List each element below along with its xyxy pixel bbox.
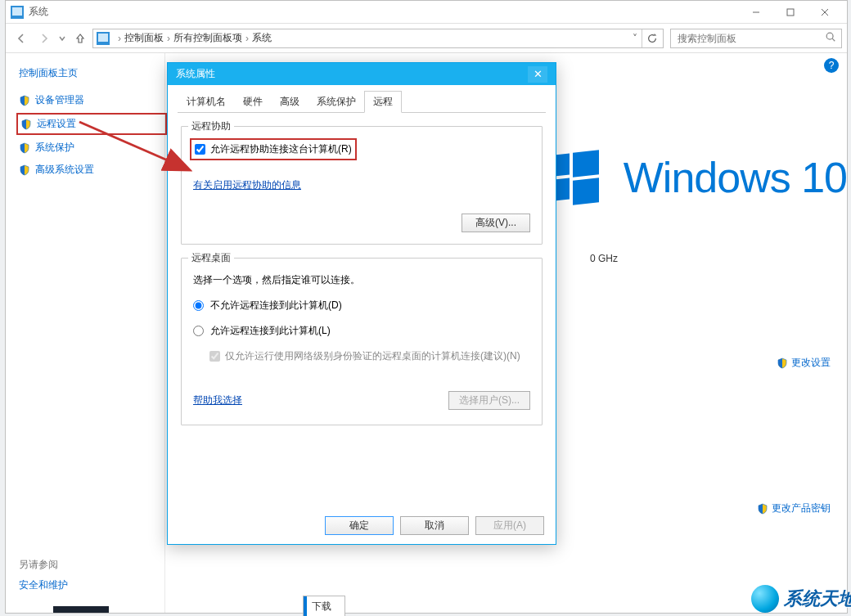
window-controls — [739, 2, 842, 22]
see-also-header: 另请参阅 — [19, 558, 68, 572]
dialog-actions: 确定 取消 应用(A) — [168, 506, 556, 544]
crumb-1[interactable]: 所有控制面板项 — [173, 31, 242, 45]
search-bar[interactable] — [670, 29, 842, 48]
recent-dropdown[interactable] — [56, 28, 68, 49]
remote-desktop-instruction: 选择一个选项，然后指定谁可以连接。 — [193, 273, 530, 287]
change-product-key-link[interactable]: 更改产品密钥 — [757, 501, 831, 515]
tab-computer-name[interactable]: 计算机名 — [178, 91, 235, 113]
search-input[interactable] — [676, 32, 825, 45]
svg-rect-1 — [787, 9, 794, 16]
sidebar-item-label: 远程设置 — [37, 117, 76, 131]
select-users-button[interactable]: 选择用户(S)... — [448, 391, 530, 410]
address-dropdown-icon[interactable]: ˅ — [628, 33, 642, 44]
group-title-remote-assist: 远程协助 — [188, 119, 234, 133]
svg-line-5 — [832, 38, 835, 41]
sidebar-item-label: 系统保护 — [35, 141, 74, 155]
sidebar-item-advanced-settings[interactable]: 高级系统设置 — [19, 163, 164, 177]
radio-allow-input[interactable] — [193, 326, 204, 336]
remote-assistance-group: 远程协助 允许远程协助连接这台计算机(R) 有关启用远程协助的信息 高级(V).… — [181, 126, 543, 245]
apply-button[interactable]: 应用(A) — [475, 516, 544, 535]
window-title: 系统 — [29, 5, 48, 19]
close-button[interactable] — [808, 2, 842, 22]
shield-icon — [777, 357, 788, 369]
sidebar-item-system-protection[interactable]: 系统保护 — [19, 141, 164, 155]
cancel-button[interactable]: 取消 — [400, 516, 469, 535]
see-also: 另请参阅 安全和维护 — [19, 558, 68, 592]
shield-icon — [757, 503, 768, 515]
dialog-title: 系统属性 — [176, 67, 215, 81]
watermark-globe-icon — [751, 585, 779, 613]
search-icon — [825, 31, 836, 45]
sidebar-item-remote-settings[interactable]: 远程设置 — [19, 115, 164, 133]
help-icon[interactable]: ? — [824, 58, 839, 73]
sidebar: 控制面板主页 设备管理器 远程设置 系统保护 高级系统设置 另请参阅 安全和维护 — [6, 53, 165, 613]
radio-disallow-input[interactable] — [193, 300, 204, 311]
titlebar: 系统 — [6, 1, 847, 24]
sidebar-item-label: 设备管理器 — [35, 93, 84, 107]
allow-remote-assist-input[interactable] — [195, 144, 205, 155]
tab-hardware[interactable]: 硬件 — [234, 91, 272, 113]
watermark: 系统天地 — [751, 585, 851, 613]
address-icon — [97, 32, 110, 45]
dialog-close-button[interactable]: ✕ — [528, 66, 547, 83]
crumb-2[interactable]: 系统 — [252, 31, 272, 45]
maximize-button[interactable] — [773, 2, 808, 22]
nla-checkbox: 仅允许运行使用网络级别身份验证的远程桌面的计算机连接(建议)(N) — [209, 349, 530, 363]
system-properties-dialog: 系统属性 ✕ 计算机名 硬件 高级 系统保护 远程 远程协助 允许远程协助连接这… — [167, 62, 556, 545]
ok-button[interactable]: 确定 — [325, 516, 394, 535]
refresh-button[interactable] — [642, 29, 661, 47]
radio-allow-remote[interactable]: 允许远程连接到此计算机(L) — [193, 324, 530, 338]
app-icon — [11, 6, 24, 19]
crumb-0[interactable]: 控制面板 — [124, 31, 164, 45]
navbar: › 控制面板 › 所有控制面板项 › 系统 ˅ — [6, 24, 847, 53]
shield-icon — [19, 95, 30, 106]
nla-checkbox-input — [209, 351, 220, 362]
back-button[interactable] — [11, 28, 32, 49]
group-title-remote-desktop: 远程桌面 — [188, 251, 234, 265]
watermark-text: 系统天地 — [784, 587, 851, 611]
sidebar-item-device-manager[interactable]: 设备管理器 — [19, 93, 164, 107]
shield-icon — [19, 142, 30, 154]
change-settings-link[interactable]: 更改设置 — [777, 356, 831, 370]
sidebar-item-label: 高级系统设置 — [35, 163, 94, 177]
help-me-choose-link[interactable]: 帮助我选择 — [193, 393, 242, 407]
dialog-titlebar: 系统属性 ✕ — [168, 63, 556, 85]
tab-system-protection[interactable]: 系统保护 — [308, 91, 365, 113]
tab-advanced[interactable]: 高级 — [271, 91, 308, 113]
windows-10-brand: Windows 10 — [547, 151, 847, 204]
allow-remote-assist-checkbox[interactable]: 允许远程协助连接这台计算机(R) — [193, 142, 353, 157]
address-bar[interactable]: › 控制面板 › 所有控制面板项 › 系统 ˅ — [92, 29, 664, 48]
forward-button[interactable] — [34, 28, 55, 49]
sidebar-home-link[interactable]: 控制面板主页 — [19, 66, 164, 80]
svg-point-4 — [826, 33, 833, 39]
remote-assist-info-link[interactable]: 有关启用远程协助的信息 — [193, 179, 301, 191]
advanced-button[interactable]: 高级(V)... — [462, 214, 530, 232]
cpu-ghz: 0 GHz — [590, 253, 618, 264]
taskbar-fragment — [53, 606, 109, 613]
shield-icon — [20, 119, 32, 130]
up-button[interactable] — [70, 28, 91, 49]
download-panel[interactable]: 下载 — [303, 596, 345, 616]
tabs: 计算机名 硬件 高级 系统保护 远程 — [178, 90, 546, 113]
see-also-link[interactable]: 安全和维护 — [19, 578, 68, 592]
minimize-button[interactable] — [739, 2, 773, 22]
radio-disallow-remote[interactable]: 不允许远程连接到此计算机(D) — [193, 299, 530, 312]
tab-remote[interactable]: 远程 — [364, 91, 402, 113]
remote-desktop-group: 远程桌面 选择一个选项，然后指定谁可以连接。 不允许远程连接到此计算机(D) 允… — [181, 258, 543, 425]
dialog-body: 计算机名 硬件 高级 系统保护 远程 远程协助 允许远程协助连接这台计算机(R)… — [168, 85, 556, 425]
windows-10-text: Windows 10 — [624, 153, 847, 202]
shield-icon — [19, 164, 30, 176]
